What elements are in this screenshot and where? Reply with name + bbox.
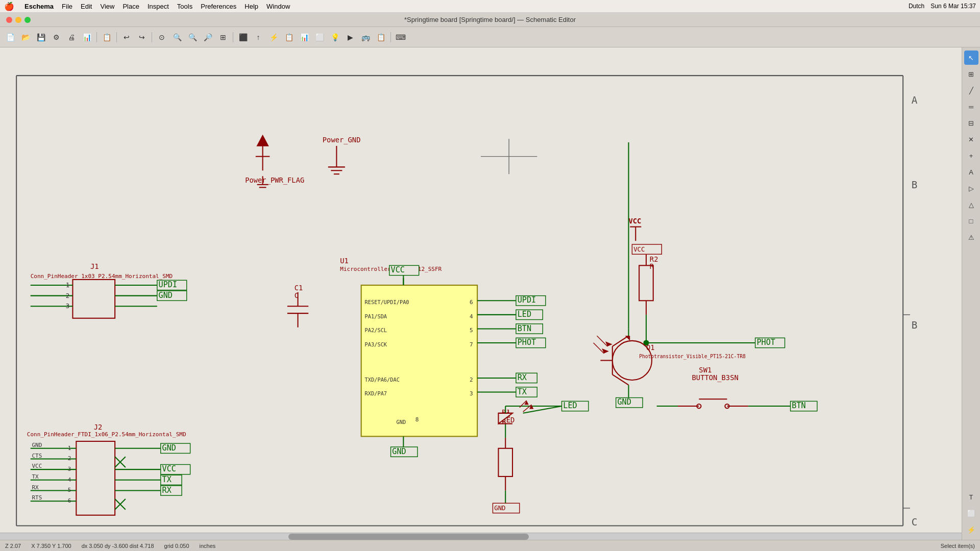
print-button[interactable]: 🖨 — [64, 30, 79, 44]
mode-display: Select item(s) — [941, 543, 975, 549]
zoom-custom-button[interactable]: ⊞ — [216, 30, 230, 44]
svg-text:VCC: VCC — [162, 464, 176, 473]
add-net-label-button[interactable]: A — [964, 165, 978, 179]
netlist-button[interactable]: 📋 — [282, 30, 296, 44]
svg-text:RX: RX — [518, 373, 527, 382]
menu-eschema[interactable]: Eschema — [24, 3, 54, 10]
fullscreen-button[interactable] — [24, 17, 31, 23]
svg-text:RTS: RTS — [32, 494, 42, 501]
svg-text:UPDI: UPDI — [518, 295, 536, 305]
add-global-label-button[interactable]: ▷ — [964, 181, 978, 195]
svg-text:CTS: CTS — [32, 453, 42, 459]
redo-button[interactable]: ↪ — [135, 30, 149, 44]
svg-text:1: 1 — [68, 445, 71, 452]
horizontal-scrollbar[interactable] — [0, 533, 962, 540]
menu-place[interactable]: Place — [122, 3, 139, 10]
window-title: *Springtime board [Springtime board/] — … — [404, 16, 576, 23]
highlight-net-button[interactable]: ⚡ — [964, 522, 978, 537]
minimize-button[interactable] — [15, 17, 21, 23]
svg-text:6: 6 — [470, 299, 473, 306]
plot-button[interactable]: 📊 — [80, 30, 94, 44]
language-indicator: Dutch — [909, 3, 924, 10]
toolbar: 📄 📂 💾 ⚙ 🖨 📊 📋 ↩ ↪ ⊙ 🔍 🔍 🔎 ⊞ ⬛ ↑ ⚡ 📋 📊 ⬜ … — [0, 27, 980, 47]
add-sheet-button[interactable]: □ — [964, 214, 978, 228]
menu-preferences[interactable]: Preferences — [201, 3, 236, 10]
svg-text:GND: GND — [162, 443, 176, 453]
svg-text:GND: GND — [397, 419, 406, 425]
zoom-in-button[interactable]: 🔍 — [185, 30, 200, 44]
menu-tools[interactable]: Tools — [177, 3, 192, 10]
select-tool-button[interactable]: ↖ — [964, 51, 978, 65]
pcb-button[interactable]: ⬜ — [312, 30, 327, 44]
add-text-button[interactable]: T — [964, 490, 978, 504]
scripting-button[interactable]: ⌨ — [394, 30, 408, 44]
svg-text:PHOT: PHOT — [756, 338, 775, 347]
svg-text:VCC: VCC — [391, 265, 405, 274]
svg-text:PHOT: PHOT — [518, 338, 536, 347]
svg-text:U1: U1 — [340, 257, 349, 265]
no-connect-button[interactable]: ✕ — [964, 132, 978, 146]
separator-3 — [152, 32, 152, 42]
scroll-thumb[interactable] — [288, 534, 529, 540]
find-button[interactable]: 🔍 — [170, 30, 184, 44]
add-bus-button[interactable]: ═ — [964, 99, 978, 114]
svg-text:3: 3 — [68, 466, 71, 472]
svg-text:5: 5 — [470, 327, 473, 334]
separator-4 — [233, 32, 233, 42]
menu-file[interactable]: File — [62, 3, 72, 10]
svg-text:LED: LED — [563, 401, 577, 410]
datetime: Sun 6 Mar 15:37 — [930, 3, 976, 10]
svg-text:TX: TX — [32, 473, 39, 480]
zoom-fit-button[interactable]: ⊙ — [155, 30, 169, 44]
svg-text:VCC: VCC — [32, 463, 42, 469]
svg-text:PA2/SCL: PA2/SCL — [365, 327, 387, 333]
menu-help[interactable]: Help — [244, 3, 258, 10]
menu-inspect[interactable]: Inspect — [148, 3, 169, 10]
svg-text:7: 7 — [470, 341, 473, 348]
undo-button[interactable]: ↩ — [119, 30, 134, 44]
net-navigator-button[interactable]: ⬛ — [236, 30, 250, 44]
svg-text:SW1: SW1 — [699, 366, 712, 374]
annotate-button[interactable]: ↑ — [251, 30, 265, 44]
svg-text:4: 4 — [68, 477, 71, 483]
separator-1 — [96, 32, 97, 42]
add-wire-button[interactable]: ╱ — [964, 83, 978, 97]
right-toolbar: ↖ ⊞ ╱ ═ ⊟ ✕ + A ▷ △ □ ⚠ T ⬜ ⚡ — [962, 47, 980, 540]
menubar: 🍎 Eschema File Edit View Place Inspect T… — [0, 0, 980, 13]
fields-button[interactable]: 📋 — [374, 30, 388, 44]
close-button[interactable] — [6, 17, 12, 23]
new-button[interactable]: 📄 — [3, 30, 17, 44]
menu-window[interactable]: Window — [266, 3, 290, 10]
bus-button[interactable]: 🚌 — [358, 30, 373, 44]
svg-text:Conn_PinHeader_1x03_P2.54mm_Ho: Conn_PinHeader_1x03_P2.54mm_Horizontal_S… — [31, 273, 173, 280]
app-window: *Springtime board [Springtime board/] — … — [0, 13, 980, 551]
open-button[interactable]: 📂 — [18, 30, 33, 44]
svg-text:A: A — [912, 94, 918, 106]
copy-button[interactable]: 📋 — [100, 30, 114, 44]
svg-text:BUTTON_B3SN: BUTTON_B3SN — [692, 373, 739, 382]
svg-text:2: 2 — [66, 292, 69, 299]
bom-button[interactable]: 📊 — [297, 30, 311, 44]
zoom-out-button[interactable]: 🔎 — [201, 30, 215, 44]
add-hier-label-button[interactable]: △ — [964, 197, 978, 212]
add-symbol-button[interactable]: ⊞ — [964, 67, 978, 81]
svg-rect-0 — [3, 47, 960, 540]
highlight-button[interactable]: 💡 — [328, 30, 342, 44]
schematic-canvas[interactable]: A B B C Power_PWR_FLAG — [0, 47, 962, 540]
svg-text:RX: RX — [32, 484, 39, 491]
page-settings-button[interactable]: ⚙ — [49, 30, 63, 44]
erc-button[interactable]: ⚡ — [266, 30, 281, 44]
zoom-level: Z 2.07 — [5, 543, 21, 549]
svg-text:4: 4 — [470, 313, 473, 320]
menu-view[interactable]: View — [100, 3, 114, 10]
add-junction-button[interactable]: + — [964, 148, 978, 163]
svg-text:TX: TX — [162, 475, 172, 484]
apple-menu[interactable]: 🍎 — [4, 2, 14, 11]
svg-text:RX: RX — [162, 486, 172, 495]
save-button[interactable]: 💾 — [34, 30, 48, 44]
erc-button[interactable]: ⚠ — [964, 230, 978, 244]
add-wire-entry-button[interactable]: ⊟ — [964, 116, 978, 130]
sim-button[interactable]: ▶ — [343, 30, 357, 44]
add-image-button[interactable]: ⬜ — [964, 506, 978, 520]
menu-edit[interactable]: Edit — [81, 3, 92, 10]
